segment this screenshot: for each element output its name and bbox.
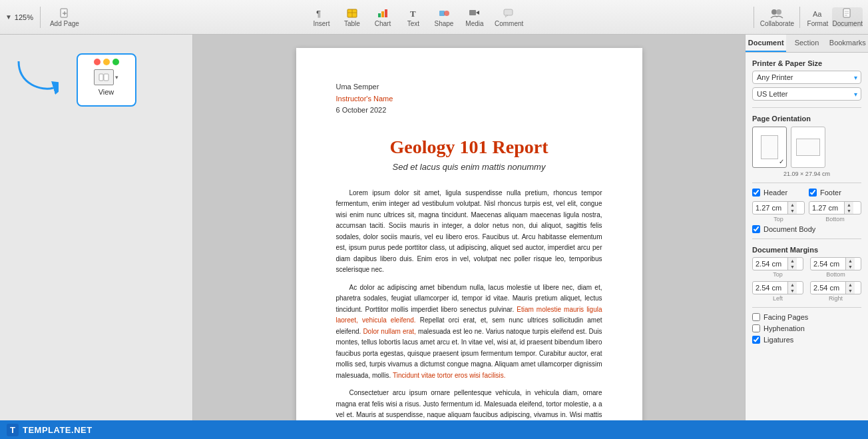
table-label: Table (344, 20, 360, 27)
margin-right-label: Right (810, 295, 861, 302)
svg-point-12 (444, 11, 449, 16)
toolbar-text[interactable]: T Text (399, 6, 428, 29)
margin-bottom-up[interactable]: ▲ (846, 258, 855, 264)
svg-text:¶: ¶ (316, 9, 321, 19)
facing-pages-checkbox[interactable] (752, 313, 760, 321)
view-icon-inner (94, 69, 114, 85)
view-widget[interactable]: ▾ View (77, 53, 136, 107)
margin-top-label: Top (752, 271, 803, 278)
inline-link-1[interactable]: Etiam molestie mauris ligula laoreet, ve… (336, 306, 602, 324)
view-icon-box: ▾ (94, 69, 118, 85)
orientation-section-label: Page Orientation (752, 115, 861, 123)
insert-icon: ¶ (314, 7, 329, 19)
footer-stepper-down[interactable]: ▼ (845, 208, 853, 214)
margin-right-input[interactable] (811, 282, 845, 293)
hyphenation-checkbox[interactable] (752, 324, 760, 332)
collaborate-button[interactable]: Collaborate (757, 7, 797, 27)
insert-label: Insert (313, 20, 329, 27)
doc-area[interactable]: Uma Semper Instructor's Name 6 October 2… (193, 35, 745, 420)
header-input[interactable] (753, 203, 787, 213)
svg-rect-13 (469, 10, 476, 15)
view-label: View (99, 88, 114, 96)
toolbar-comment[interactable]: Comment (491, 6, 527, 29)
margin-bottom-input[interactable] (811, 258, 845, 269)
printer-dropdown-wrapper[interactable]: Any Printer (752, 71, 861, 84)
header-sub-label: Top (752, 216, 805, 222)
tab-section[interactable]: Section (786, 35, 827, 52)
margin-right-up[interactable]: ▲ (846, 282, 855, 288)
header-stepper-down[interactable]: ▼ (788, 208, 797, 214)
document-icon (840, 7, 855, 19)
header-stepper[interactable]: ▲ ▼ (787, 202, 797, 214)
svg-text:Aa: Aa (813, 10, 822, 18)
margin-left-input[interactable] (753, 282, 787, 293)
divider-2 (752, 183, 861, 183)
margin-left-down[interactable]: ▼ (788, 288, 797, 294)
traffic-light-red (94, 59, 101, 65)
footer-stepper[interactable]: ▲ ▼ (844, 202, 853, 214)
document-button[interactable]: Document (832, 7, 863, 27)
doc-body-checkbox-row: Document Body (752, 225, 861, 233)
format-icon: Aa (810, 7, 825, 19)
tab-bookmarks[interactable]: Bookmarks (827, 35, 868, 52)
tab-document[interactable]: Document (746, 35, 786, 52)
margin-right-row: ▲ ▼ (810, 281, 861, 294)
margin-top-down[interactable]: ▼ (788, 264, 797, 270)
footer-stepper-up[interactable]: ▲ (845, 202, 853, 208)
toolbar-chart[interactable]: Chart (368, 6, 397, 29)
header-stepper-up[interactable]: ▲ (788, 202, 797, 208)
svg-rect-26 (104, 74, 108, 81)
hyphenation-row: Hyphenation (752, 324, 861, 332)
inline-link-3[interactable]: Tincidunt vitae tortor eros wisi facilis… (393, 372, 506, 379)
hyphenation-label: Hyphenation (763, 324, 805, 332)
zoom-control[interactable]: ▼ 125% (5, 13, 35, 21)
doc-body-checkbox[interactable] (752, 225, 760, 233)
margin-top-up[interactable]: ▲ (788, 258, 797, 264)
margin-bottom-down[interactable]: ▼ (846, 264, 855, 270)
author-name: Uma Semper (336, 81, 602, 93)
margin-left-stepper[interactable]: ▲ ▼ (787, 282, 797, 294)
text-icon: T (406, 7, 421, 19)
body-paragraph-1: Lorem ipsum dolor sit amet, ligula suspe… (336, 188, 602, 276)
doc-subtitle: Sed et lacus quis enim mattis nonummy (336, 162, 602, 172)
landscape-icon (796, 139, 820, 156)
toolbar-insert[interactable]: ¶ Insert (307, 6, 336, 29)
footer-input[interactable] (809, 203, 844, 213)
margin-right-down[interactable]: ▼ (846, 288, 855, 294)
svg-rect-7 (378, 13, 381, 17)
chart-label: Chart (375, 20, 391, 27)
paper-select[interactable]: US Letter (752, 87, 861, 101)
toolbar-shape[interactable]: Shape (429, 6, 459, 29)
toolbar-media[interactable]: Media (460, 6, 489, 29)
margin-right-stepper[interactable]: ▲ ▼ (845, 282, 855, 294)
tutorial-arrow-icon (12, 51, 59, 104)
margin-bottom-stepper[interactable]: ▲ ▼ (845, 258, 855, 270)
header-checkbox[interactable] (752, 189, 760, 197)
add-page-icon (57, 7, 72, 19)
margins-section-label: Document Margins (752, 246, 861, 254)
orientation-check: ✓ (779, 158, 784, 165)
divider-4 (752, 307, 861, 308)
orientation-landscape[interactable] (791, 127, 825, 168)
paper-dropdown-wrapper[interactable]: US Letter (752, 87, 861, 101)
margins-grid: ▲ ▼ Top ▲ ▼ Bottom (752, 257, 861, 302)
doc-body: Lorem ipsum dolor sit amet, ligula suspe… (336, 188, 602, 420)
margin-left-field: ▲ ▼ Left (752, 281, 803, 302)
margin-top-input[interactable] (753, 258, 787, 269)
svg-rect-11 (439, 11, 445, 16)
traffic-light-yellow (103, 59, 110, 65)
printer-select[interactable]: Any Printer (752, 71, 861, 84)
inline-link-2[interactable]: Dolor nullam erat, (363, 328, 416, 335)
table-icon (345, 7, 359, 19)
footer-checkbox[interactable] (809, 189, 817, 197)
margin-top-stepper[interactable]: ▲ ▼ (787, 258, 797, 270)
ligatures-checkbox[interactable] (752, 336, 760, 344)
printer-paper-section-label: Printer & Paper Size (752, 59, 861, 67)
format-button[interactable]: Aa Format (803, 7, 832, 27)
footer-sub-label: Bottom (809, 216, 861, 222)
toolbar-table[interactable]: Table (337, 6, 367, 29)
add-page-button[interactable]: Add Page (46, 6, 83, 29)
zoom-down-button[interactable]: ▼ (5, 13, 12, 21)
orientation-portrait[interactable]: ✓ (752, 127, 787, 168)
margin-left-up[interactable]: ▲ (788, 282, 797, 288)
